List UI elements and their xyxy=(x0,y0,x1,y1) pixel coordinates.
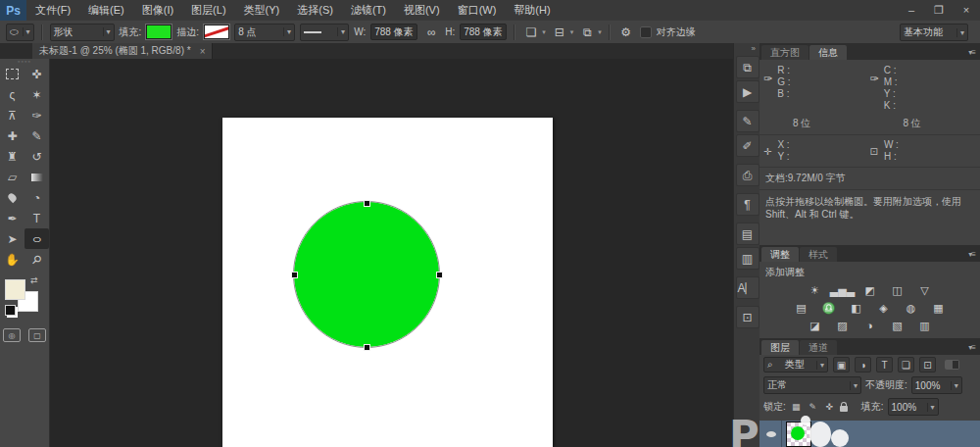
anchor-top[interactable] xyxy=(364,200,370,207)
channel-mixer-icon[interactable]: ◍ xyxy=(903,301,920,315)
tool-presets-panel-icon[interactable]: ⎙ xyxy=(736,164,760,186)
fill-opacity-select[interactable]: 100% ▾ xyxy=(888,398,939,416)
tool-mode-select[interactable]: 形状 ▾ xyxy=(50,24,115,41)
eraser-tool[interactable]: ▱ xyxy=(0,167,24,187)
zoom-tool[interactable]: ⚲ xyxy=(24,249,49,270)
rectangular-marquee-tool[interactable] xyxy=(0,64,24,84)
foreground-color-swatch[interactable] xyxy=(5,279,25,300)
workspace-switcher[interactable]: 基本功能 ▾ xyxy=(900,24,968,41)
panel-menu-icon[interactable]: ▾≡ xyxy=(968,343,980,355)
posterize-icon[interactable]: ▨ xyxy=(834,319,852,332)
quick-mask-button[interactable]: ◎ xyxy=(3,328,21,342)
clone-stamp-tool[interactable]: ♜ xyxy=(0,146,24,167)
lock-all-icon[interactable] xyxy=(840,406,848,412)
default-colors-icon[interactable] xyxy=(5,305,16,316)
screen-mode-button[interactable]: ▢ xyxy=(28,328,46,342)
path-operations-icon[interactable]: ❏ xyxy=(522,24,540,41)
close-button[interactable]: × xyxy=(953,0,980,21)
canvas-area[interactable] xyxy=(50,59,733,447)
blur-tool[interactable] xyxy=(0,187,24,208)
move-tool[interactable]: ✜ xyxy=(24,64,49,84)
lock-transparent-pixels-icon[interactable]: ▦ xyxy=(790,401,803,414)
swap-colors-icon[interactable]: ⇄ xyxy=(30,275,38,285)
type-tool[interactable]: T xyxy=(24,208,49,228)
menu-select[interactable]: 选择(S) xyxy=(288,0,342,21)
levels-icon[interactable]: ▃▅▃ xyxy=(834,283,852,297)
menu-image[interactable]: 图像(I) xyxy=(133,0,182,21)
stroke-color-swatch[interactable] xyxy=(204,25,229,39)
blend-mode-select[interactable]: 正常 ▾ xyxy=(763,376,861,394)
character-styles-panel-icon[interactable]: A⎸ xyxy=(736,276,760,299)
stroke-width-select[interactable]: 8 点 ▾ xyxy=(234,24,295,41)
paragraph-styles-panel-icon[interactable]: ▥ xyxy=(736,247,760,270)
anchor-right[interactable] xyxy=(436,272,443,278)
filter-adjustment-layers-icon[interactable]: ◑ xyxy=(855,357,871,372)
gradient-map-icon[interactable]: ▧ xyxy=(889,319,906,332)
gradient-tool[interactable] xyxy=(24,167,49,187)
anchor-bottom[interactable] xyxy=(364,344,370,351)
hand-tool[interactable]: ✋ xyxy=(0,249,24,270)
lock-position-icon[interactable]: ✜ xyxy=(823,401,836,414)
ellipse-tool[interactable]: ○ xyxy=(24,228,49,249)
path-selection-tool[interactable]: ➤ xyxy=(0,228,24,249)
minimize-button[interactable]: – xyxy=(898,0,925,21)
filter-type-layers-icon[interactable]: T xyxy=(876,357,893,372)
path-alignment-icon[interactable]: ⊟ xyxy=(551,24,568,41)
opacity-select[interactable]: 100% ▾ xyxy=(911,376,962,394)
lock-image-pixels-icon[interactable]: ✎ xyxy=(807,401,819,414)
tab-histogram[interactable]: 直方图 xyxy=(761,45,808,60)
history-brush-tool[interactable]: ↺ xyxy=(24,146,49,167)
rgb-bit-depth[interactable]: 8 位 xyxy=(793,117,870,130)
menu-type[interactable]: 类型(Y) xyxy=(235,0,289,21)
brush-tool[interactable]: ✎ xyxy=(24,125,49,146)
restore-button[interactable]: ❐ xyxy=(925,0,953,21)
menu-layer[interactable]: 图层(L) xyxy=(182,0,234,21)
pen-tool[interactable]: ✒ xyxy=(0,208,24,228)
panel-menu-icon[interactable]: ▾≡ xyxy=(968,48,980,60)
color-balance-icon[interactable]: ♎ xyxy=(820,301,838,315)
document-tab[interactable]: 未标题-1 @ 25% (椭圆 1, RGB/8) * × xyxy=(32,43,213,59)
panel-menu-icon[interactable]: ▾≡ xyxy=(968,250,980,262)
notes-panel-icon[interactable]: ⊡ xyxy=(736,306,760,328)
tab-adjustments[interactable]: 调整 xyxy=(761,247,799,262)
link-dimensions-icon[interactable]: ∞ xyxy=(422,24,440,41)
invert-icon[interactable]: ◪ xyxy=(807,319,824,332)
tab-channels[interactable]: 通道 xyxy=(800,340,837,355)
stroke-type-select[interactable]: ▾ xyxy=(300,24,349,41)
hue-saturation-icon[interactable]: ▤ xyxy=(793,301,810,315)
filter-smart-objects-icon[interactable]: ⊡ xyxy=(919,357,936,372)
cmyk-bit-depth[interactable]: 8 位 xyxy=(904,117,980,130)
dodge-tool[interactable]: ◔ xyxy=(24,187,49,208)
curves-icon[interactable]: ◩ xyxy=(861,283,879,297)
gear-icon[interactable]: ⚙ xyxy=(617,24,635,41)
brightness-contrast-icon[interactable]: ☀ xyxy=(807,283,824,297)
filter-shape-layers-icon[interactable]: ❏ xyxy=(898,357,914,372)
menu-edit[interactable]: 编辑(E) xyxy=(79,0,133,21)
tab-layers[interactable]: 图层 xyxy=(761,340,799,355)
crop-tool[interactable]: ⊼ xyxy=(0,105,24,125)
black-white-icon[interactable]: ◧ xyxy=(848,301,865,315)
fill-color-swatch[interactable] xyxy=(146,25,172,39)
tab-info[interactable]: 信息 xyxy=(809,45,847,60)
brush-presets-panel-icon[interactable]: ✐ xyxy=(736,134,760,157)
tab-styles[interactable]: 样式 xyxy=(800,247,837,262)
actions-panel-icon[interactable]: ▶ xyxy=(736,80,760,103)
document-canvas[interactable] xyxy=(222,118,553,447)
lasso-tool[interactable]: ς xyxy=(0,84,24,105)
photo-filter-icon[interactable]: ◈ xyxy=(875,301,893,315)
menu-view[interactable]: 视图(V) xyxy=(395,0,449,21)
menu-window[interactable]: 窗口(W) xyxy=(449,0,506,21)
brush-panel-icon[interactable]: ✎ xyxy=(736,110,760,132)
shape-width-input[interactable]: 788 像素 xyxy=(370,24,417,40)
align-edges-checkbox[interactable] xyxy=(640,26,652,38)
selective-color-icon[interactable]: ▥ xyxy=(916,319,934,332)
eyedropper-tool[interactable]: ✑ xyxy=(24,105,49,125)
layer-filter-toggle[interactable] xyxy=(945,360,959,370)
character-panel-icon[interactable]: ▤ xyxy=(736,223,760,245)
magic-wand-tool[interactable]: ✶ xyxy=(24,84,49,105)
shape-height-input[interactable]: 788 像素 xyxy=(460,24,507,40)
close-tab-icon[interactable]: × xyxy=(200,46,206,57)
menu-help[interactable]: 帮助(H) xyxy=(505,0,559,21)
threshold-icon[interactable]: ◑ xyxy=(861,319,879,332)
paragraph-panel-icon[interactable]: ¶ xyxy=(736,193,760,216)
